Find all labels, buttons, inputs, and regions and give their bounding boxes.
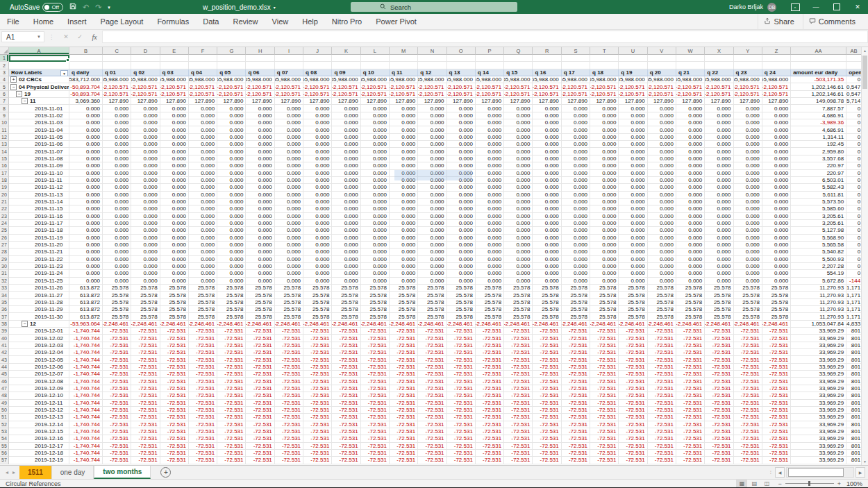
- enter-icon[interactable]: ✓: [73, 33, 87, 40]
- cell[interactable]: 65,988.000: [533, 76, 561, 83]
- row-number[interactable]: 35: [0, 299, 9, 306]
- cell[interactable]: -2,120.571: [390, 83, 418, 90]
- cell[interactable]: 0.000: [762, 112, 791, 119]
- ribbon-tab-view[interactable]: View: [265, 14, 296, 29]
- pivot-header-q5[interactable]: q 05: [217, 69, 246, 76]
- cell[interactable]: 0.000: [562, 213, 590, 220]
- cell[interactable]: -72.531: [131, 385, 160, 392]
- cell[interactable]: 0.000: [504, 177, 533, 184]
- cell[interactable]: 0.000: [103, 263, 131, 270]
- cell[interactable]: 0.000: [103, 192, 131, 199]
- row-number[interactable]: 10: [0, 119, 9, 126]
- cell[interactable]: -72.531: [103, 407, 131, 414]
- cell[interactable]: -72.531: [562, 364, 590, 371]
- row-label-cell[interactable]: 2019-12-18: [9, 450, 69, 457]
- cell[interactable]: -72.531: [476, 342, 504, 349]
- cell[interactable]: 0.000: [246, 105, 274, 112]
- cell[interactable]: -72.531: [160, 457, 189, 464]
- cell[interactable]: -72.531: [705, 349, 733, 356]
- cell[interactable]: 0.000: [332, 112, 360, 119]
- cell[interactable]: 25.578: [361, 292, 390, 298]
- cell[interactable]: -72.531: [189, 364, 217, 371]
- cell[interactable]: 11,270.93: [791, 292, 846, 298]
- cell[interactable]: 0.000: [361, 184, 390, 191]
- cell[interactable]: 0.000: [69, 263, 103, 270]
- row-number[interactable]: 48: [0, 392, 9, 399]
- cell[interactable]: 0.000: [734, 119, 762, 126]
- comments-button[interactable]: Comments: [803, 14, 861, 29]
- cell[interactable]: -72.531: [332, 414, 360, 421]
- cell[interactable]: 0.000: [533, 199, 561, 205]
- cell[interactable]: 0.000: [103, 213, 131, 220]
- cell[interactable]: -72.531: [217, 385, 246, 392]
- cell[interactable]: -72.531: [476, 364, 504, 371]
- cell[interactable]: 0.000: [533, 170, 561, 177]
- cell[interactable]: 0.000: [160, 177, 189, 184]
- cell[interactable]: 0.000: [275, 235, 303, 242]
- cell[interactable]: 25.578: [476, 299, 504, 306]
- row-number[interactable]: 38: [0, 321, 9, 328]
- cell[interactable]: -72.531: [361, 443, 390, 450]
- cell[interactable]: 0.000: [131, 256, 160, 263]
- cell[interactable]: 0.000: [447, 227, 476, 234]
- cell[interactable]: 0.000: [562, 256, 590, 263]
- cell[interactable]: -72.531: [332, 364, 360, 371]
- cell[interactable]: 65,988.000: [390, 76, 418, 83]
- cell[interactable]: 25.578: [676, 306, 705, 313]
- cell[interactable]: -72.531: [418, 364, 446, 371]
- cell[interactable]: 127.890: [705, 98, 733, 105]
- cell[interactable]: -72.531: [246, 443, 274, 450]
- cell[interactable]: -72.531: [705, 356, 733, 363]
- cell[interactable]: -72.531: [504, 414, 533, 421]
- cell[interactable]: 0.000: [504, 184, 533, 191]
- cell[interactable]: 0.000: [562, 263, 590, 270]
- cell[interactable]: -72.531: [705, 428, 733, 435]
- cell[interactable]: 25.578: [447, 285, 476, 292]
- cell[interactable]: 0.000: [504, 213, 533, 220]
- cell[interactable]: [390, 62, 418, 69]
- cell[interactable]: 0.000: [160, 256, 189, 263]
- cell[interactable]: [504, 55, 533, 62]
- cell[interactable]: 0.000: [103, 141, 131, 148]
- cell[interactable]: [332, 62, 360, 69]
- pivot-header-q13[interactable]: q 13: [447, 69, 476, 76]
- cell[interactable]: -72.531: [734, 421, 762, 428]
- cell[interactable]: 0.000: [562, 141, 590, 148]
- cell[interactable]: -72.531: [246, 421, 274, 428]
- sheet-tab-two-months[interactable]: two months: [94, 466, 151, 479]
- cell[interactable]: 0.000: [103, 170, 131, 177]
- restore-button[interactable]: [826, 0, 847, 14]
- cell[interactable]: -72.531: [734, 378, 762, 385]
- cell[interactable]: 0.000: [504, 227, 533, 234]
- row-label-cell[interactable]: 2019-11-09: [9, 162, 69, 169]
- column-header-L[interactable]: L: [361, 47, 390, 55]
- cell[interactable]: -72.531: [447, 457, 476, 464]
- cell[interactable]: 0.000: [705, 256, 733, 263]
- cell[interactable]: 0.000: [533, 126, 561, 133]
- cell[interactable]: 0.000: [504, 105, 533, 112]
- row-label-cell[interactable]: 2019-11-22: [9, 256, 69, 263]
- vertical-scroll-thumb[interactable]: [862, 56, 867, 89]
- cell[interactable]: 0.000: [762, 205, 791, 212]
- cell[interactable]: 0.000: [160, 270, 189, 277]
- cell[interactable]: 25.578: [160, 306, 189, 313]
- cell[interactable]: 0.000: [705, 162, 733, 169]
- cell[interactable]: 0.000: [275, 249, 303, 255]
- row-label-cell[interactable]: 2019-11-05: [9, 134, 69, 141]
- cell[interactable]: -72.531: [562, 457, 590, 464]
- cell[interactable]: 0.000: [361, 192, 390, 199]
- cell[interactable]: -72.531: [332, 335, 360, 342]
- cell[interactable]: 0.000: [619, 205, 647, 212]
- row-label-cell[interactable]: 2019-11-27: [9, 292, 69, 298]
- cell[interactable]: -72.531: [160, 392, 189, 399]
- cell[interactable]: 25.578: [447, 292, 476, 298]
- cell[interactable]: 0.000: [476, 205, 504, 212]
- cell[interactable]: 613.872: [69, 292, 103, 298]
- cell[interactable]: 0.000: [734, 235, 762, 242]
- cell[interactable]: 0.000: [504, 205, 533, 212]
- cell[interactable]: 25.578: [131, 306, 160, 313]
- cell[interactable]: [189, 62, 217, 69]
- cell[interactable]: -72.531: [533, 414, 561, 421]
- cell[interactable]: 0.000: [648, 155, 676, 162]
- cell[interactable]: -1,740.744: [69, 392, 103, 399]
